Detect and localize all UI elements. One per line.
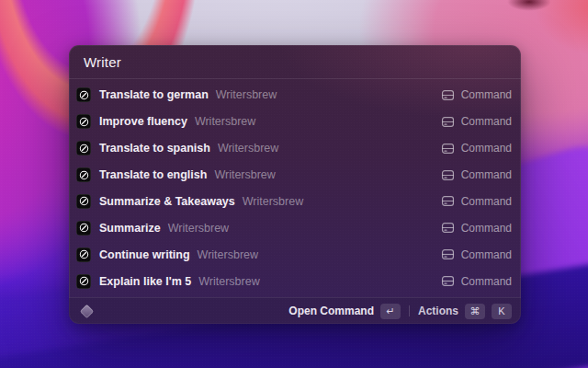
item-type-label: Command bbox=[461, 248, 512, 261]
item-subtitle: Writersbrew bbox=[214, 168, 275, 181]
item-subtitle: Writersbrew bbox=[218, 142, 278, 155]
command-window-icon bbox=[441, 169, 455, 181]
item-subtitle: Writersbrew bbox=[195, 115, 255, 128]
pencil-circle-icon bbox=[76, 87, 91, 102]
item-title: Explain like I'm 5 bbox=[99, 275, 191, 288]
item-title: Summarize & Takeaways bbox=[99, 195, 235, 208]
item-accessory: Command bbox=[441, 88, 512, 101]
list-item[interactable]: Translate to german Writersbrew Command bbox=[73, 82, 517, 109]
pencil-circle-icon bbox=[76, 247, 91, 262]
item-type-label: Command bbox=[461, 168, 512, 181]
item-accessory: Command bbox=[441, 195, 512, 208]
desktop: Writer Translate to german Writersbrew C… bbox=[0, 0, 588, 368]
item-accessory: Command bbox=[441, 275, 512, 288]
command-key-icon: ⌘ bbox=[465, 304, 485, 319]
item-title: Continue writing bbox=[99, 248, 190, 261]
actions-label: Actions bbox=[418, 305, 458, 317]
command-palette-window: Writer Translate to german Writersbrew C… bbox=[69, 45, 521, 324]
command-window-icon bbox=[441, 89, 455, 101]
item-title: Translate to spanish bbox=[99, 142, 210, 155]
item-type-label: Command bbox=[461, 275, 512, 288]
list-item[interactable]: Summarize & Takeaways Writersbrew Comman… bbox=[73, 189, 517, 215]
return-key-icon: ↵ bbox=[380, 304, 401, 319]
list-item[interactable]: Explain like I'm 5 Writersbrew Command bbox=[73, 268, 517, 294]
item-subtitle: Writersbrew bbox=[198, 275, 259, 288]
pencil-circle-icon bbox=[76, 167, 91, 182]
list-item[interactable]: Translate to english Writersbrew Command bbox=[73, 162, 517, 189]
actions-button[interactable]: Actions ⌘ K bbox=[418, 304, 512, 319]
item-title: Translate to english bbox=[99, 168, 207, 181]
item-accessory: Command bbox=[441, 115, 512, 128]
item-accessory: Command bbox=[441, 248, 512, 261]
pencil-circle-icon bbox=[76, 141, 91, 155]
command-window-icon bbox=[441, 248, 455, 260]
command-window-icon bbox=[441, 275, 455, 287]
item-subtitle: Writersbrew bbox=[198, 248, 258, 261]
search-bar[interactable]: Writer bbox=[69, 45, 521, 79]
item-type-label: Command bbox=[461, 222, 512, 235]
gem-icon bbox=[80, 304, 95, 318]
command-window-icon bbox=[441, 143, 455, 155]
item-accessory: Command bbox=[441, 222, 512, 235]
list-item[interactable]: Summarize Writersbrew Command bbox=[73, 214, 517, 241]
item-subtitle: Writersbrew bbox=[168, 222, 229, 235]
command-window-icon bbox=[441, 116, 455, 128]
item-type-label: Command bbox=[461, 88, 512, 101]
item-title: Improve fluency bbox=[99, 115, 187, 128]
list-item[interactable]: Translate to spanish Writersbrew Command bbox=[73, 135, 517, 162]
item-title: Summarize bbox=[99, 222, 161, 235]
item-subtitle: Writersbrew bbox=[216, 88, 277, 101]
command-window-icon bbox=[441, 195, 455, 207]
item-subtitle: Writersbrew bbox=[243, 195, 303, 208]
k-key-icon: K bbox=[492, 304, 512, 319]
open-command-label: Open Command bbox=[288, 305, 374, 317]
item-accessory: Command bbox=[441, 142, 512, 155]
item-type-label: Command bbox=[461, 142, 512, 155]
item-type-label: Command bbox=[461, 115, 512, 128]
list-item[interactable]: Improve fluency Writersbrew Command bbox=[73, 109, 517, 135]
item-accessory: Command bbox=[441, 168, 512, 181]
item-title: Translate to german bbox=[99, 88, 209, 101]
pencil-circle-icon bbox=[76, 221, 91, 236]
command-list: Translate to german Writersbrew Command … bbox=[69, 79, 521, 297]
action-bar: Open Command ↵ Actions ⌘ K bbox=[69, 297, 521, 324]
pencil-circle-icon bbox=[76, 194, 91, 209]
footer-divider bbox=[409, 305, 410, 316]
item-type-label: Command bbox=[461, 195, 512, 208]
pencil-circle-icon bbox=[76, 274, 91, 289]
pencil-circle-icon bbox=[76, 114, 91, 129]
list-item[interactable]: Continue writing Writersbrew Command bbox=[73, 241, 517, 268]
command-window-icon bbox=[441, 222, 455, 234]
open-command-button[interactable]: Open Command ↵ bbox=[288, 304, 401, 319]
search-input[interactable]: Writer bbox=[84, 54, 121, 70]
